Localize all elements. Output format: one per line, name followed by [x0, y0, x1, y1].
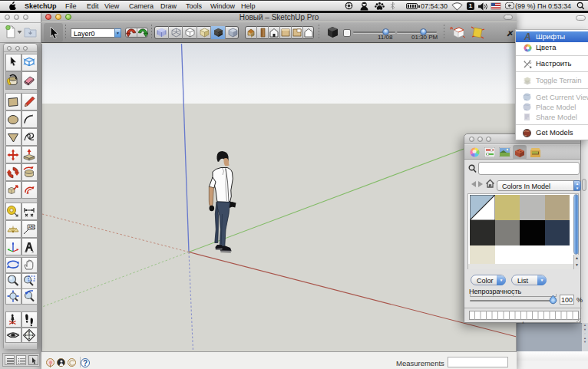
svg-text:ABC: ABC — [28, 225, 36, 229]
